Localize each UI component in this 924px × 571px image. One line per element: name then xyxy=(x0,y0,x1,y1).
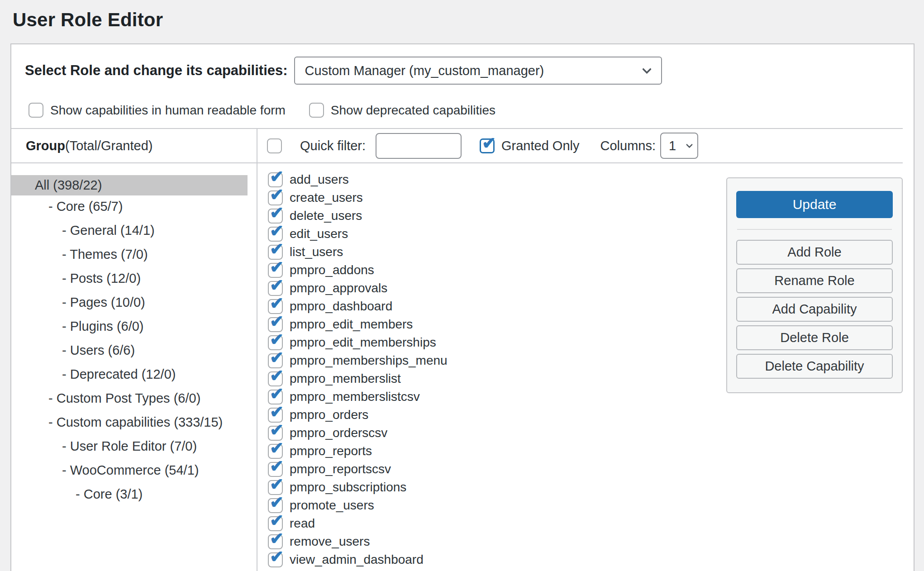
capability-label: pmpro_reports xyxy=(290,444,372,458)
role-actions-panel: Update Add Role Rename Role Add Capabili… xyxy=(726,177,903,393)
group-tree-item[interactable]: - WooCommerce (54/1) xyxy=(11,459,248,483)
columns-select[interactable]: 1 xyxy=(660,133,698,159)
group-tree-item[interactable]: - Users (6/6) xyxy=(11,339,248,363)
capability-label: promote_users xyxy=(290,498,374,513)
group-tree-item-label: Plugins (6/0) xyxy=(70,319,144,333)
capability-label: pmpro_dashboard xyxy=(290,299,392,314)
group-header-suffix: (Total/Granted) xyxy=(65,138,152,153)
capability-label: pmpro_reportscsv xyxy=(290,462,391,476)
group-tree-item[interactable]: - Plugins (6/0) xyxy=(11,315,248,339)
role-selector-label: Select Role and change its capabilities: xyxy=(25,62,288,79)
capability-row: pmpro_orders xyxy=(268,406,914,424)
tree-dash: - xyxy=(76,487,84,501)
deprecated-label: Show deprecated capabilities xyxy=(331,103,495,118)
capability-label: pmpro_orders xyxy=(290,408,368,422)
filter-toolbar: Quick filter: Granted Only Columns: 1 xyxy=(257,129,914,162)
group-tree-item[interactable]: - Core (65/7) xyxy=(11,195,248,219)
capability-label: view_admin_dashboard xyxy=(290,552,424,567)
deprecated-checkbox[interactable] xyxy=(309,103,324,118)
action-button[interactable]: Delete Capability xyxy=(736,354,893,379)
select-all-checkbox[interactable] xyxy=(267,138,282,153)
option-human-readable: Show capabilities in human readable form xyxy=(29,103,286,118)
group-tree-item-label: Users (6/6) xyxy=(70,343,135,357)
capability-label: read xyxy=(290,516,315,531)
tree-dash: - xyxy=(62,247,70,262)
group-tree-item[interactable]: - User Role Editor (7/0) xyxy=(11,435,248,459)
tree-dash: - xyxy=(48,415,57,429)
group-tree-item[interactable]: - Pages (10/0) xyxy=(11,291,248,315)
role-select[interactable]: Custom Manager (my_custom_manager) xyxy=(294,57,662,85)
role-select-value: Custom Manager (my_custom_manager) xyxy=(305,63,544,78)
group-tree-item-label: User Role Editor (7/0) xyxy=(70,439,197,453)
group-tree-item-label: All (398/22) xyxy=(35,178,102,192)
group-header-label: Group xyxy=(26,138,65,153)
group-tree-item-label: Custom capabilities (333/15) xyxy=(57,415,223,429)
capability-label: list_users xyxy=(290,245,343,259)
columns-select-value: 1 xyxy=(661,138,676,153)
action-button[interactable]: Add Role xyxy=(736,240,893,265)
capability-label: pmpro_memberships_menu xyxy=(290,353,448,368)
tree-dash: - xyxy=(62,367,70,381)
capability-checkbox[interactable] xyxy=(268,552,283,567)
capability-row: pmpro_reportscsv xyxy=(268,460,914,478)
group-tree-item[interactable]: - Deprecated (12/0) xyxy=(11,363,248,387)
display-options-row: Show capabilities in human readable form… xyxy=(11,92,914,128)
option-deprecated: Show deprecated capabilities xyxy=(309,103,495,118)
update-button[interactable]: Update xyxy=(736,191,893,218)
group-header: Group (Total/Granted) xyxy=(11,129,257,162)
tree-dash: - xyxy=(62,223,70,238)
group-tree-item-label: Core (3/1) xyxy=(84,487,143,501)
group-tree-item[interactable]: - Core (3/1) xyxy=(11,483,248,507)
capability-row: promote_users xyxy=(268,496,914,514)
capability-row: pmpro_subscriptions xyxy=(268,478,914,496)
tree-dash: - xyxy=(62,343,70,357)
granted-only-label: Granted Only xyxy=(501,138,579,153)
user-role-editor-panel: Select Role and change its capabilities:… xyxy=(10,43,914,571)
chevron-down-icon xyxy=(642,64,651,74)
capability-label: edit_users xyxy=(290,227,348,241)
tree-dash: - xyxy=(48,199,57,214)
tree-dash: - xyxy=(62,463,70,477)
tree-dash: - xyxy=(48,391,57,405)
capability-row: pmpro_reports xyxy=(268,442,914,460)
capability-label: pmpro_subscriptions xyxy=(290,480,406,495)
toolbar: Group (Total/Granted) Quick filter: Gran… xyxy=(11,129,914,162)
human-readable-label: Show capabilities in human readable form xyxy=(50,103,286,118)
tree-dash: - xyxy=(62,271,70,286)
capability-label: pmpro_edit_memberships xyxy=(290,335,436,350)
group-tree-item[interactable]: - Posts (12/0) xyxy=(11,267,248,291)
granted-only-checkbox[interactable] xyxy=(480,138,495,153)
group-tree-item-label: Core (65/7) xyxy=(57,199,123,214)
group-tree-item-label: Posts (12/0) xyxy=(70,271,141,286)
page-title: User Role Editor xyxy=(13,9,163,31)
capability-label: create_users xyxy=(290,190,363,205)
secondary-actions: Add Role Rename Role Add Capability Dele… xyxy=(736,240,893,379)
tree-dash: - xyxy=(62,319,70,333)
divider xyxy=(737,229,892,230)
action-button[interactable]: Delete Role xyxy=(736,325,893,350)
group-tree-item[interactable]: - Custom Post Types (6/0) xyxy=(11,387,248,411)
group-tree-item-label: General (14/1) xyxy=(70,223,155,238)
quick-filter-label: Quick filter: xyxy=(300,138,366,153)
capability-label: pmpro_approvals xyxy=(290,281,387,295)
group-tree-item[interactable]: All (398/22) xyxy=(11,175,248,195)
action-button[interactable]: Rename Role xyxy=(736,268,893,293)
capability-label: pmpro_edit_members xyxy=(290,317,413,332)
capability-label: pmpro_orderscsv xyxy=(290,426,387,440)
action-button[interactable]: Add Capability xyxy=(736,297,893,322)
group-tree-item[interactable]: - Themes (7/0) xyxy=(11,243,248,267)
quick-filter-input[interactable] xyxy=(376,133,462,159)
capability-label: pmpro_memberslist xyxy=(290,371,401,386)
tree-dash: - xyxy=(62,439,70,453)
columns-label: Columns: xyxy=(600,138,656,153)
group-tree-item-label: Custom Post Types (6/0) xyxy=(57,391,201,405)
capability-label: delete_users xyxy=(290,209,362,223)
group-tree-item[interactable]: - General (14/1) xyxy=(11,219,248,243)
chevron-down-icon xyxy=(686,141,693,148)
capability-label: pmpro_addons xyxy=(290,263,374,277)
role-selector-row: Select Role and change its capabilities:… xyxy=(11,44,914,92)
group-tree-item[interactable]: - Custom capabilities (333/15) xyxy=(11,411,248,435)
group-tree-item-label: Themes (7/0) xyxy=(70,247,148,262)
human-readable-checkbox[interactable] xyxy=(29,103,43,118)
group-tree-item-label: WooCommerce (54/1) xyxy=(70,463,199,477)
